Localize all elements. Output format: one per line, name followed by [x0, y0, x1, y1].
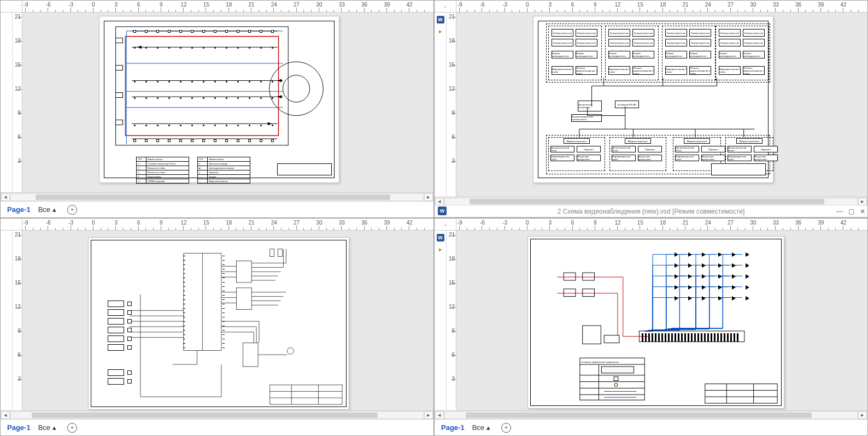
status-bar: Page-1 Все ▴ ＋ [1, 419, 433, 435]
svg-rect-41 [583, 273, 595, 280]
side-gutter: W ▸ [435, 231, 447, 410]
pane-bottom-left: -9-6-303691215182124273033363942 2118151… [0, 218, 434, 436]
vertical-ruler[interactable]: 21181512963 [13, 13, 22, 192]
scroll-right-icon[interactable]: ▸ [424, 193, 433, 201]
window-titlebar: W 2 Схема видеонаблюдения (new).vsd [Реж… [435, 205, 867, 217]
svg-rect-51 [601, 367, 634, 373]
page[interactable]: Условные графические изображения [527, 236, 784, 409]
drawing-canvas[interactable]: Камера купольнаяКамера купольнаяКамера к… [456, 13, 867, 197]
side-gutter [1, 13, 13, 192]
ruler-corner: › [435, 219, 456, 230]
svg-rect-39 [604, 335, 619, 343]
work-row: 21181512963 [1, 13, 433, 192]
side-gutter: W ▸ [435, 13, 447, 197]
scroll-track[interactable] [444, 198, 858, 205]
svg-point-53 [614, 384, 618, 387]
page-tab[interactable]: Page-1 [7, 205, 31, 214]
svg-rect-56 [705, 384, 777, 404]
status-bar: Page-1 Все ▴ ＋ [1, 201, 433, 217]
horizontal-scrollbar[interactable]: ◂ ▸ [435, 197, 867, 205]
maximize-icon[interactable]: ▢ [848, 208, 854, 215]
horizontal-scrollbar[interactable]: ◂ ▸ [435, 410, 867, 419]
close-icon[interactable]: ✕ [860, 208, 865, 215]
legend-title: Условные графические изображения [581, 361, 619, 363]
chevron-right-icon[interactable]: ▸ [439, 246, 442, 253]
page[interactable]: УГОНаименование ▭Сетевой контроллер Pars… [99, 16, 339, 183]
add-page-button[interactable]: ＋ [67, 423, 77, 433]
horizontal-ruler[interactable]: -9-6-303691215182124273033363942 [22, 219, 433, 230]
legend-left: УГОНаименование ▭Сетевой контроллер Pars… [136, 157, 189, 184]
scroll-left-icon[interactable]: ◂ [1, 193, 10, 201]
ruler-corner [1, 1, 22, 12]
ruler-corner [1, 219, 22, 230]
drawing-canvas[interactable]: Условные графические изображения [456, 231, 867, 410]
minimize-icon[interactable]: — [836, 208, 843, 215]
horizontal-scrollbar[interactable]: ◂ ▸ [1, 410, 433, 419]
window-title: 2 Схема видеонаблюдения (new).vsd [Режим… [558, 208, 745, 215]
scroll-left-icon[interactable]: ◂ [1, 411, 10, 419]
scroll-track[interactable] [10, 411, 424, 419]
vertical-ruler[interactable]: 21181512963 [447, 231, 456, 410]
legend-right: УГОНаименование ●Купольная камера ◐Цилин… [197, 157, 250, 184]
chevron-right-icon[interactable]: › [444, 221, 447, 228]
scroll-left-icon[interactable]: ◂ [435, 198, 444, 205]
scroll-right-icon[interactable]: ▸ [424, 411, 433, 419]
page-frame: УГОНаименование ▭Сетевой контроллер Pars… [104, 21, 335, 178]
horizontal-scrollbar[interactable]: ◂ ▸ [1, 192, 433, 201]
page-tab[interactable]: Page-1 [441, 423, 465, 432]
chevron-up-icon: ▴ [52, 423, 56, 432]
svg-point-2 [283, 75, 309, 102]
all-pages-button[interactable]: Все ▴ [472, 423, 490, 432]
pane-top-left: -9-6-303691215182124273033363942 2118151… [0, 0, 434, 218]
vertical-ruler[interactable]: 21181512963 [13, 231, 22, 410]
title-block [711, 163, 766, 175]
scroll-thumb[interactable] [32, 413, 378, 418]
side-gutter [1, 231, 13, 410]
horizontal-ruler[interactable]: -9-6-303691215182124273033363942 [22, 1, 433, 12]
word-icon[interactable]: W [437, 16, 444, 23]
svg-point-31 [287, 347, 294, 354]
page-frame: Условные графические изображения [530, 239, 782, 406]
page[interactable] [88, 237, 349, 410]
add-page-button[interactable]: ＋ [501, 423, 511, 433]
scroll-thumb[interactable] [466, 413, 812, 418]
drawing-canvas[interactable] [22, 231, 433, 410]
scroll-left-icon[interactable]: ◂ [435, 411, 444, 419]
all-pages-button[interactable]: Все ▴ [38, 423, 56, 432]
word-icon: W [438, 207, 447, 215]
svg-rect-38 [583, 326, 601, 344]
status-bar: Page-1 Все ▴ ＋ [435, 419, 867, 435]
vertical-ruler[interactable]: 21181512963 [447, 13, 456, 197]
add-page-button[interactable]: ＋ [67, 205, 77, 215]
svg-rect-30 [278, 249, 283, 257]
scroll-right-icon[interactable]: ▸ [858, 198, 867, 205]
page-tab[interactable]: Page-1 [7, 423, 31, 432]
svg-rect-27 [237, 288, 252, 309]
scroll-track[interactable] [10, 193, 424, 201]
scroll-thumb[interactable] [36, 195, 390, 200]
ruler-row: -9-6-303691215182124273033363942 [1, 1, 433, 13]
svg-rect-29 [270, 249, 274, 257]
scroll-track[interactable] [444, 411, 858, 419]
svg-rect-52 [614, 377, 618, 381]
page-frame [91, 240, 347, 407]
scroll-thumb[interactable] [470, 199, 824, 204]
ruler-row: › -9-6-303691215182124273033363942 [435, 219, 867, 231]
svg-rect-32 [270, 385, 342, 405]
svg-rect-28 [243, 343, 258, 367]
all-pages-button[interactable]: Все ▴ [38, 205, 56, 214]
drawing-canvas[interactable]: УГОНаименование ▭Сетевой контроллер Pars… [22, 13, 433, 192]
chevron-up-icon: ▴ [52, 205, 56, 214]
pane-bottom-right: › -9-6-303691215182124273033363942 W ▸ 2… [434, 218, 868, 436]
chevron-right-icon[interactable]: › [444, 3, 447, 10]
work-row: 21181512963 [1, 231, 433, 410]
horizontal-ruler[interactable]: -9-6-303691215182124273033363942 [456, 1, 867, 12]
chevron-right-icon[interactable]: ▸ [439, 28, 442, 35]
svg-rect-26 [237, 261, 252, 282]
page[interactable]: Камера купольнаяКамера купольнаяКамера к… [533, 16, 773, 183]
scroll-right-icon[interactable]: ▸ [858, 411, 867, 419]
horizontal-ruler[interactable]: -9-6-303691215182124273033363942 [456, 219, 867, 230]
work-row: W ▸ 21181512963 [435, 231, 867, 410]
word-icon[interactable]: W [437, 234, 444, 241]
diagram-wiring [531, 239, 781, 405]
